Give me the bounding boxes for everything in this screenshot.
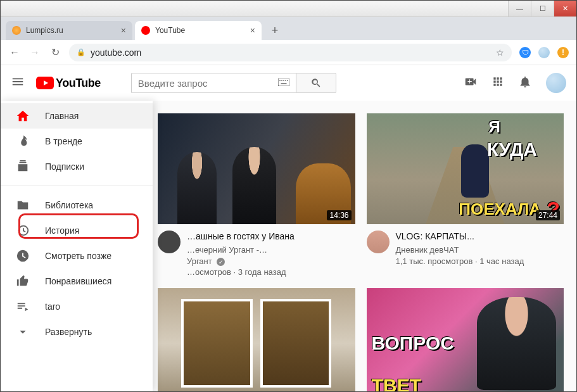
video-stats: 1,1 тыс. просмотров · 1 час назад [396, 256, 524, 267]
sidebar-item-library[interactable]: Библиотека [1, 193, 153, 218]
newtab-button[interactable]: + [267, 22, 283, 39]
tab-title: YouTube [155, 26, 185, 35]
video-title: …ашные в гостях у Ивана [187, 231, 295, 243]
subscriptions-icon [16, 160, 30, 174]
svg-rect-5 [287, 80, 288, 81]
tab-close-icon[interactable]: × [250, 25, 255, 35]
video-subtitle: …ечерний Ургант -… [187, 244, 295, 256]
video-card[interactable]: 14:36 …ашные в гостях у Ивана …ечерний У… [158, 113, 355, 278]
lock-icon: 🔒 [77, 48, 86, 56]
browser-tabstrip: Lumpics.ru × YouTube × + [1, 17, 576, 40]
tab-close-icon[interactable]: × [121, 25, 126, 35]
extension-shield-icon[interactable]: 🛡 [519, 47, 531, 58]
sidebar-divider [1, 186, 153, 186]
back-button[interactable]: ← [8, 46, 21, 59]
thumb-text: ТВЕТ [372, 375, 421, 391]
tab-lumpics[interactable]: Lumpics.ru × [6, 21, 132, 40]
folder-icon [16, 198, 30, 212]
playlist-icon [16, 300, 30, 313]
notifications-bell-icon[interactable] [518, 75, 532, 91]
sidebar-item-trending[interactable]: В тренде [1, 129, 153, 154]
fire-icon [16, 134, 30, 148]
tab-youtube[interactable]: YouTube × [135, 21, 262, 40]
url-text: youtube.com [91, 47, 141, 58]
channel-avatar[interactable] [367, 231, 390, 253]
tab-title: Lumpics.ru [26, 26, 63, 35]
video-thumbnail[interactable] [158, 288, 355, 391]
svg-rect-6 [281, 84, 286, 85]
video-thumbnail[interactable]: 14:36 [158, 113, 355, 224]
thumb-figure [177, 152, 217, 224]
favicon-youtube [141, 26, 150, 35]
video-card[interactable]: ВОПРОС ТВЕТ [367, 288, 564, 391]
sidebar-item-liked[interactable]: Понравившиеся [1, 269, 153, 294]
forward-button[interactable]: → [29, 46, 41, 59]
video-card[interactable] [158, 288, 355, 391]
sidebar: Главная В тренде Подписки Библиотека Ис [1, 101, 153, 391]
sidebar-item-playlist-taro[interactable]: taro [1, 294, 153, 319]
thumb-text: ПОЕХАЛА [459, 199, 541, 219]
home-icon [16, 109, 30, 123]
svg-rect-3 [283, 80, 284, 81]
window-close-button[interactable]: ✕ [554, 1, 576, 16]
thumb-figure [461, 144, 489, 198]
sidebar-item-label: В тренде [45, 136, 82, 146]
search-input[interactable] [131, 73, 296, 93]
svg-rect-2 [281, 80, 282, 81]
sidebar-item-label: История [45, 225, 79, 236]
sidebar-item-expand[interactable]: Развернуть [1, 319, 153, 345]
thumb-figure [232, 147, 276, 225]
video-card[interactable]: Я КУДА ПОЕХАЛА ? 27:44 VLOG: КАРПАТЫ... … [367, 113, 564, 278]
sidebar-item-label: Понравившиеся [45, 276, 111, 286]
video-duration: 14:36 [327, 210, 351, 220]
svg-rect-4 [285, 80, 286, 81]
window-minimize-button[interactable]: — [508, 1, 531, 16]
thumb-doorframe [181, 299, 252, 388]
video-grid: 14:36 …ашные в гостях у Ивана …ечерний У… [153, 101, 576, 391]
browser-menu-icon[interactable]: ! [557, 47, 569, 58]
hamburger-menu-icon[interactable] [11, 75, 25, 91]
verified-badge-icon: ✓ [217, 258, 225, 266]
video-meta: …ашные в гостях у Ивана …ечерний Ургант … [158, 224, 355, 278]
sidebar-item-subscriptions[interactable]: Подписки [1, 154, 153, 179]
search-button[interactable] [296, 73, 336, 93]
create-video-icon[interactable] [464, 75, 478, 91]
youtube-logo-text: YouTube [56, 77, 101, 90]
svg-rect-1 [279, 80, 281, 81]
browser-toolbar: ← → ↻ 🔒 youtube.com ☆ 🛡 ! [1, 40, 576, 65]
sidebar-item-label: Главная [45, 111, 79, 121]
bookmark-star-icon[interactable]: ☆ [496, 47, 504, 58]
youtube-logo[interactable]: YouTube [36, 77, 101, 90]
sidebar-item-label: Библиотека [45, 200, 93, 210]
video-stats: …осмотров · 3 года назад [187, 267, 295, 278]
clock-icon [16, 249, 30, 263]
window-titlebar: — ☐ ✕ [1, 1, 576, 17]
svg-rect-0 [278, 79, 289, 86]
window-maximize-button[interactable]: ☐ [531, 1, 554, 16]
search-icon [310, 77, 322, 89]
channel-name[interactable]: Дневник девЧАТ [396, 244, 524, 256]
sidebar-item-label: Смотреть позже [45, 251, 111, 261]
youtube-logo-icon [36, 77, 54, 89]
thumb-up-icon [16, 274, 30, 288]
sidebar-item-watch-later[interactable]: Смотреть позже [1, 243, 153, 269]
sidebar-item-label: Развернуть [45, 327, 92, 337]
channel-name[interactable]: Ургант [187, 256, 212, 266]
video-duration: 27:44 [536, 210, 560, 220]
channel-avatar[interactable] [158, 231, 181, 253]
keyboard-icon[interactable] [278, 77, 289, 89]
address-bar[interactable]: 🔒 youtube.com ☆ [69, 44, 512, 61]
sidebar-item-label: Подписки [45, 161, 84, 172]
sidebar-item-home[interactable]: Главная [1, 103, 153, 129]
sidebar-item-history[interactable]: История [1, 218, 153, 243]
thumb-text: КУДА [487, 139, 537, 160]
user-avatar[interactable] [546, 73, 566, 93]
profile-avatar-icon[interactable] [538, 47, 550, 58]
video-thumbnail[interactable]: ВОПРОС ТВЕТ [367, 288, 564, 391]
video-meta: VLOG: КАРПАТЫ... Дневник девЧАТ 1,1 тыс.… [367, 224, 564, 267]
reload-button[interactable]: ↻ [49, 46, 61, 59]
history-icon [16, 224, 30, 237]
video-thumbnail[interactable]: Я КУДА ПОЕХАЛА ? 27:44 [367, 113, 564, 224]
search-form [131, 73, 336, 93]
apps-grid-icon[interactable] [491, 75, 504, 91]
